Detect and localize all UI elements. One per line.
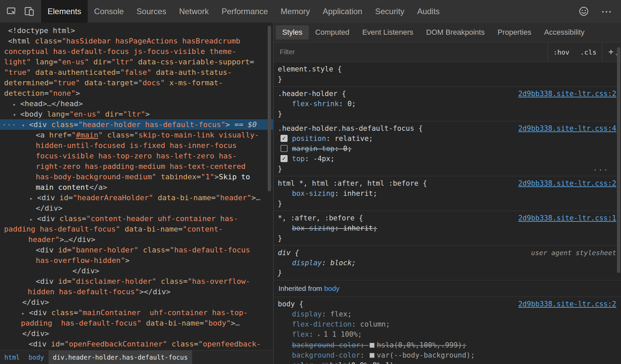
property-checkbox[interactable]: ✓: [280, 135, 288, 142]
more-menu-icon[interactable]: ⋯: [599, 4, 614, 19]
dom-node[interactable]: "true" data-authenticated="false" data-a…: [0, 67, 273, 78]
dom-node[interactable]: ▸<head>…</head>: [0, 98, 273, 109]
css-property[interactable]: box-sizing: inherit;: [278, 188, 617, 199]
node-options-dots[interactable]: ...: [2, 118, 17, 128]
tab-audits[interactable]: Audits: [411, 0, 446, 23]
dom-node[interactable]: <div id="disclaimer-holder" class="has-o…: [0, 276, 273, 286]
toolbar-icon-group: [0, 0, 41, 23]
feedback-smiley-icon[interactable]: [576, 4, 591, 19]
css-property[interactable]: color: hsla(0,0%,9%,1);: [278, 360, 617, 364]
css-property[interactable]: box-sizing: inherit;: [278, 223, 617, 233]
tab-application[interactable]: Application: [316, 0, 368, 23]
tab-network[interactable]: Network: [173, 0, 215, 23]
dom-node[interactable]: light" lang="en-us" dir="ltr" data-css-v…: [0, 57, 273, 67]
css-property[interactable]: flex: ▸ 1 1 100%;: [278, 329, 617, 340]
styles-tab-styles[interactable]: Styles: [276, 25, 309, 39]
dom-node[interactable]: hidden-until-focused is-fixed has-inner-…: [0, 140, 273, 151]
breadcrumb-item-body[interactable]: body: [24, 351, 49, 364]
inspect-icon[interactable]: [4, 4, 20, 19]
dom-tree-scrollbar[interactable]: [268, 26, 271, 191]
styles-tab-accessibility[interactable]: Accessibility: [538, 25, 591, 39]
dom-node[interactable]: <div id="openFeedbackContainer" class="o…: [0, 339, 273, 349]
rule-selector[interactable]: .header-holder: [278, 90, 337, 98]
styles-filter-bar: :hov .cls +: [274, 42, 621, 62]
dom-node[interactable]: ▸<div class="content-header uhf-containe…: [0, 213, 273, 224]
css-property[interactable]: background-color: var(--body-background)…: [278, 350, 617, 360]
rule-selector[interactable]: div: [278, 249, 291, 257]
dom-node[interactable]: focus-visible has-top-zero has-left-zero…: [0, 151, 273, 161]
styles-sidebar: StylesComputedEvent ListenersDOM Breakpo…: [274, 23, 621, 364]
dom-node[interactable]: <html class="hasSidebar hasPageActions h…: [0, 36, 273, 46]
dom-node[interactable]: padding has-default-focus" data-bi-name=…: [0, 224, 273, 234]
element-classes-button[interactable]: .cls: [575, 42, 602, 62]
style-rule: html *, html :after, html :before {2d9bb…: [274, 176, 621, 211]
dom-node[interactable]: hidden has-default-focus"></div>: [0, 286, 273, 297]
css-property[interactable]: ✓position: relative;: [278, 133, 617, 144]
breadcrumb-item-html[interactable]: html: [0, 351, 24, 364]
property-checkbox[interactable]: [280, 145, 288, 152]
device-toolbar-icon[interactable]: [22, 4, 37, 19]
dom-node[interactable]: ▸<div class="mainContainer uhf-container…: [0, 307, 273, 318]
property-checkbox[interactable]: ✓: [280, 155, 288, 162]
dom-node[interactable]: </div>: [0, 203, 273, 213]
tab-elements[interactable]: Elements: [41, 0, 88, 23]
dom-node[interactable]: padding has-default-focus" data-bi-name=…: [0, 318, 273, 328]
tab-sources[interactable]: Sources: [130, 0, 173, 23]
dom-node[interactable]: </div>: [0, 266, 273, 276]
dom-node[interactable]: header">…</div>: [0, 234, 273, 245]
styles-tab-event-listeners[interactable]: Event Listeners: [356, 25, 420, 39]
css-property[interactable]: display: flex;: [278, 309, 617, 319]
rule-selector[interactable]: body: [278, 300, 295, 308]
dom-node[interactable]: has-overflow-hidden">: [0, 255, 273, 266]
css-property[interactable]: flex-direction: column;: [278, 319, 617, 329]
dom-node[interactable]: main content</a>: [0, 182, 273, 192]
rule-selector[interactable]: .header-holder.has-default-focus: [278, 124, 414, 132]
css-property[interactable]: margin-top: 0;: [278, 144, 617, 154]
dom-node[interactable]: <!doctype html>: [0, 25, 273, 36]
css-property[interactable]: ✓top: -4px;: [278, 154, 617, 164]
dom-node[interactable]: </div>: [0, 328, 273, 339]
tab-memory[interactable]: Memory: [274, 0, 317, 23]
rule-more-button[interactable]: ...: [593, 163, 609, 173]
style-rule: element.style {}: [274, 62, 621, 87]
css-property[interactable]: display: block;: [278, 258, 617, 268]
hov-label: :hov: [553, 48, 569, 56]
stylesheet-link[interactable]: 2d9bb338.site-ltr.css:1: [518, 213, 616, 223]
dom-node[interactable]: determined="true" data-target="docs" x-m…: [0, 78, 273, 88]
styles-rules: element.style {}.header-holder {2d9bb338…: [274, 62, 621, 364]
dom-node[interactable]: detection="none">: [0, 88, 273, 98]
dom-node[interactable]: has-body-background-medium" tabindex="1"…: [0, 172, 273, 182]
dom-node[interactable]: <a href="#main" class="skip-to-main-link…: [0, 130, 273, 140]
tab-performance[interactable]: Performance: [215, 0, 274, 23]
dom-node[interactable]: ▸<div id="headerAreaHolder" data-bi-name…: [0, 192, 273, 203]
styles-tabs: StylesComputedEvent ListenersDOM Breakpo…: [274, 23, 621, 42]
styles-tab-dom-breakpoints[interactable]: DOM Breakpoints: [420, 25, 491, 39]
dom-node-selected[interactable]: ...▾<div class="header-holder has-defaul…: [0, 119, 273, 130]
toggle-element-state-button[interactable]: :hov: [548, 42, 575, 62]
rule-selector[interactable]: *, :after, :before: [278, 214, 355, 222]
dom-node[interactable]: conceptual has-default-focus js-focus-vi…: [0, 46, 273, 57]
styles-tab-computed[interactable]: Computed: [309, 25, 356, 39]
styles-tab-properties[interactable]: Properties: [491, 25, 538, 39]
color-swatch[interactable]: [369, 353, 375, 358]
stylesheet-link[interactable]: 2d9bb338.site-ltr.css:2: [518, 89, 616, 99]
stylesheet-link[interactable]: 2d9bb338.site-ltr.css:2: [518, 178, 616, 188]
rule-selector[interactable]: element.style: [278, 65, 333, 73]
dom-node[interactable]: right-zero has-padding-medium has-text-c…: [0, 161, 273, 172]
color-swatch[interactable]: [369, 343, 375, 348]
toolbar-right-group: ⋯: [576, 0, 621, 23]
dom-node[interactable]: <div id="banner-holder" class="has-defau…: [0, 245, 273, 255]
breadcrumb-item-div-header-holder-has-default-focus[interactable]: div.header-holder.has-default-focus: [49, 351, 192, 364]
dom-node[interactable]: </div>: [0, 297, 273, 307]
css-property[interactable]: background-color: hsla(0,0%,100%,.999);: [278, 340, 617, 350]
stylesheet-link[interactable]: 2d9bb338.site-ltr.css:4: [518, 123, 616, 133]
styles-filter-input[interactable]: [274, 42, 548, 62]
tab-console[interactable]: Console: [88, 0, 130, 23]
stylesheet-link[interactable]: 2d9bb338.site-ltr.css:2: [518, 299, 616, 309]
inherited-node-link[interactable]: body: [324, 284, 339, 292]
dom-node[interactable]: ▾<body lang="en-us" dir="ltr">: [0, 109, 273, 119]
css-property[interactable]: flex-shrink: 0;: [278, 99, 617, 109]
tab-security[interactable]: Security: [369, 0, 411, 23]
styles-scrollbar[interactable]: [617, 47, 620, 273]
rule-selector[interactable]: html *, html :after, html :before: [278, 179, 418, 187]
